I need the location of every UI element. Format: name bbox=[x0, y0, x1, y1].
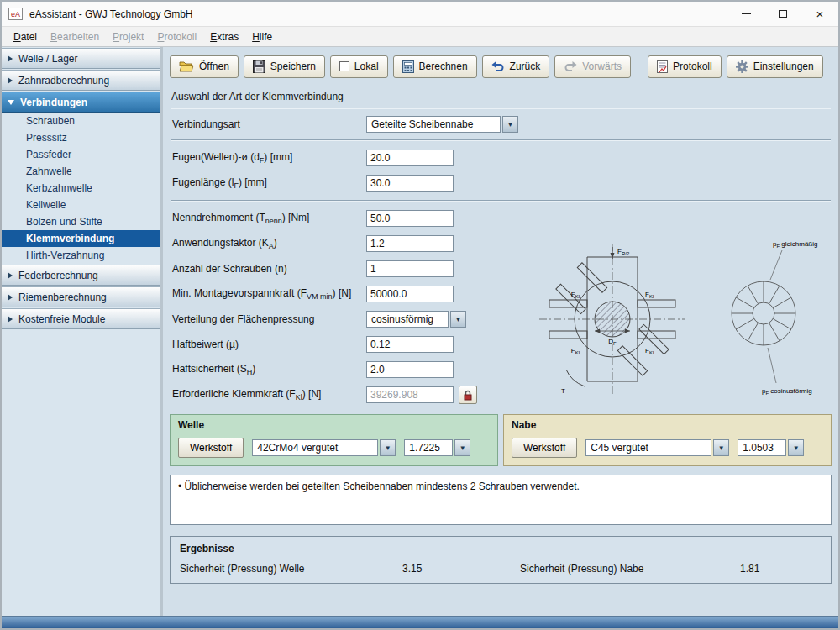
haftbeiwert-label: Haftbeiwert (µ) bbox=[172, 339, 366, 350]
floppy-disk-icon bbox=[253, 60, 265, 73]
welle-material-value: 42CrMo4 vergütet bbox=[252, 439, 378, 456]
results-panel: Ergebnisse Sicherheit (Pressung) Welle 3… bbox=[170, 536, 832, 584]
form-content: Auswahl der Art der Klemmverbindung Verb… bbox=[170, 86, 832, 616]
sidebar-section-federberechnung[interactable]: Federberechnung bbox=[2, 265, 160, 286]
minimize-icon bbox=[742, 13, 751, 14]
divider bbox=[171, 139, 831, 141]
back-button[interactable]: Zurück bbox=[482, 55, 550, 78]
sidebar-section-riemenberechnung[interactable]: Riemenberechnung bbox=[2, 286, 160, 307]
settings-button[interactable]: Einstellungen bbox=[727, 55, 823, 78]
svg-text:DF: DF bbox=[608, 338, 617, 346]
svg-text:FKl: FKl bbox=[645, 291, 654, 299]
anwendungsfaktor-input[interactable] bbox=[366, 235, 454, 252]
montagevorspannkraft-label: Min. Montagevorspannkraft (FVM min) [N] bbox=[172, 287, 366, 301]
report-button[interactable]: Protokoll bbox=[648, 55, 722, 78]
dropdown-arrow-icon[interactable]: ▼ bbox=[454, 439, 470, 456]
section-label: Zahnradberechnung bbox=[18, 75, 109, 87]
local-checkbox-group[interactable]: Lokal bbox=[330, 55, 388, 78]
result-value-nabe: 1.81 bbox=[740, 563, 759, 575]
dropdown-arrow-icon[interactable]: ▼ bbox=[380, 439, 396, 456]
fugenlaenge-input[interactable] bbox=[366, 175, 454, 192]
sidebar-item-bolzen-und-stifte[interactable]: Bolzen und Stifte bbox=[2, 213, 160, 230]
app-icon: eA bbox=[8, 8, 23, 20]
save-button[interactable]: Speichern bbox=[244, 55, 325, 78]
haftsicherheit-input[interactable] bbox=[366, 361, 454, 378]
window-controls: × bbox=[727, 2, 838, 26]
open-button[interactable]: Öffnen bbox=[170, 55, 239, 78]
sidebar-section-kostenfreie-module[interactable]: Kostenfreie Module bbox=[2, 308, 160, 329]
sidebar-item-presssitz[interactable]: Presssitz bbox=[2, 129, 160, 146]
sidebar-item-schrauben[interactable]: Schrauben bbox=[2, 113, 160, 129]
local-checkbox[interactable] bbox=[339, 61, 349, 71]
welle-panel: Welle Werkstoff 42CrMo4 vergütet ▼ 1.722… bbox=[170, 414, 498, 466]
nabe-werkstoff-button[interactable]: Werkstoff bbox=[512, 438, 577, 458]
statusbar bbox=[2, 616, 838, 628]
close-button[interactable]: × bbox=[801, 2, 838, 26]
menu-extras[interactable]: Extras bbox=[203, 29, 245, 45]
nabe-panel: Nabe Werkstoff C45 vergütet ▼ 1.0503 ▼ bbox=[503, 414, 832, 466]
divider bbox=[171, 200, 831, 202]
menu-datei[interactable]: Datei bbox=[7, 29, 44, 45]
fugen-durchmesser-input[interactable] bbox=[366, 150, 454, 166]
svg-text:pF cosinusförmig: pF cosinusförmig bbox=[762, 387, 812, 396]
section-label: Kostenfreie Module bbox=[18, 313, 105, 325]
section-label: Federberechnung bbox=[18, 270, 98, 281]
welle-panel-title: Welle bbox=[178, 419, 490, 431]
montagevorspannkraft-input[interactable] bbox=[366, 286, 454, 302]
chevron-right-icon bbox=[8, 55, 13, 62]
sidebar-item-klemmverbindung[interactable]: Klemmverbindung bbox=[2, 230, 160, 247]
anwendungsfaktor-label: Anwendungsfaktor (KA) bbox=[172, 237, 366, 250]
nenndrehmoment-label: Nenndrehmoment (Tnenn) [Nm] bbox=[172, 212, 366, 225]
calculate-button[interactable]: Berechnen bbox=[393, 55, 477, 78]
maximize-button[interactable] bbox=[764, 2, 801, 26]
app-window: eA eAssistant - GWJ Technology GmbH × Da… bbox=[0, 0, 840, 630]
nabe-material-select[interactable]: C45 vergütet ▼ bbox=[585, 439, 729, 456]
anzahl-schrauben-input[interactable] bbox=[366, 260, 454, 277]
verteilung-select[interactable]: cosinusförmig ▼ bbox=[366, 311, 466, 328]
lock-button[interactable] bbox=[459, 386, 477, 404]
sidebar-section-welle-lager[interactable]: Welle / Lager bbox=[2, 48, 160, 69]
sidebar-item-passfeder[interactable]: Passfeder bbox=[2, 146, 160, 163]
result-label-nabe: Sicherheit (Pressung) Nabe bbox=[520, 563, 740, 575]
row-verbindungsart: Verbindungsart Geteilte Scheibennabe ▼ bbox=[170, 109, 832, 139]
nabe-material-number-select[interactable]: 1.0503 ▼ bbox=[738, 439, 804, 456]
result-label-welle: Sicherheit (Pressung) Welle bbox=[180, 563, 402, 575]
page-title: Auswahl der Art der Klemmverbindung bbox=[171, 91, 830, 102]
verbindungen-item-list: Schrauben Presssitz Passfeder Zahnwelle … bbox=[2, 113, 160, 264]
chevron-right-icon bbox=[8, 77, 13, 84]
sidebar-section-zahnradberechnung[interactable]: Zahnradberechnung bbox=[2, 70, 160, 91]
chevron-down-icon bbox=[8, 100, 14, 105]
svg-text:FKl: FKl bbox=[571, 291, 580, 299]
nabe-material-value: C45 vergütet bbox=[585, 439, 711, 456]
dropdown-arrow-icon[interactable]: ▼ bbox=[713, 439, 729, 456]
nabe-material-number: 1.0503 bbox=[738, 439, 786, 456]
undo-arrow-icon bbox=[491, 61, 505, 71]
welle-werkstoff-button[interactable]: Werkstoff bbox=[178, 438, 244, 458]
sidebar-item-kerbzahnwelle[interactable]: Kerbzahnwelle bbox=[2, 180, 160, 197]
window-title: eAssistant - GWJ Technology GmbH bbox=[29, 8, 193, 20]
haftbeiwert-input[interactable] bbox=[366, 336, 454, 353]
svg-text:T: T bbox=[561, 387, 565, 395]
sidebar-item-hirth-verzahnung[interactable]: Hirth-Verzahnung bbox=[2, 247, 160, 264]
sidebar: Welle / Lager Zahnradberechnung Verbindu… bbox=[2, 47, 163, 616]
material-panels: Welle Werkstoff 42CrMo4 vergütet ▼ 1.722… bbox=[170, 414, 832, 466]
nenndrehmoment-input[interactable] bbox=[366, 210, 454, 227]
dropdown-arrow-icon[interactable]: ▼ bbox=[502, 116, 518, 133]
welle-material-select[interactable]: 42CrMo4 vergütet ▼ bbox=[252, 439, 396, 456]
svg-text:FKl: FKl bbox=[645, 347, 654, 355]
calculator-icon bbox=[402, 60, 414, 73]
welle-material-number-select[interactable]: 1.7225 ▼ bbox=[404, 439, 470, 456]
verbindungsart-select[interactable]: Geteilte Scheibennabe ▼ bbox=[366, 116, 518, 133]
dropdown-arrow-icon[interactable]: ▼ bbox=[450, 311, 466, 328]
sidebar-item-zahnwelle[interactable]: Zahnwelle bbox=[2, 163, 160, 180]
menu-hilfe[interactable]: Hilfe bbox=[245, 29, 279, 45]
document-icon bbox=[657, 60, 668, 73]
fugen-durchmesser-label: Fugen(Wellen)-ø (dF) [mm] bbox=[172, 151, 366, 165]
dropdown-arrow-icon[interactable]: ▼ bbox=[788, 439, 804, 456]
section-label: Riemenberechnung bbox=[18, 291, 107, 303]
minimize-button[interactable] bbox=[727, 2, 764, 26]
verbindungsart-value: Geteilte Scheibennabe bbox=[366, 116, 501, 133]
sidebar-section-verbindungen[interactable]: Verbindungen bbox=[2, 92, 160, 113]
sidebar-item-keilwelle[interactable]: Keilwelle bbox=[2, 197, 160, 213]
info-message: Üblicherweise werden bei geteilten Schei… bbox=[185, 480, 580, 492]
